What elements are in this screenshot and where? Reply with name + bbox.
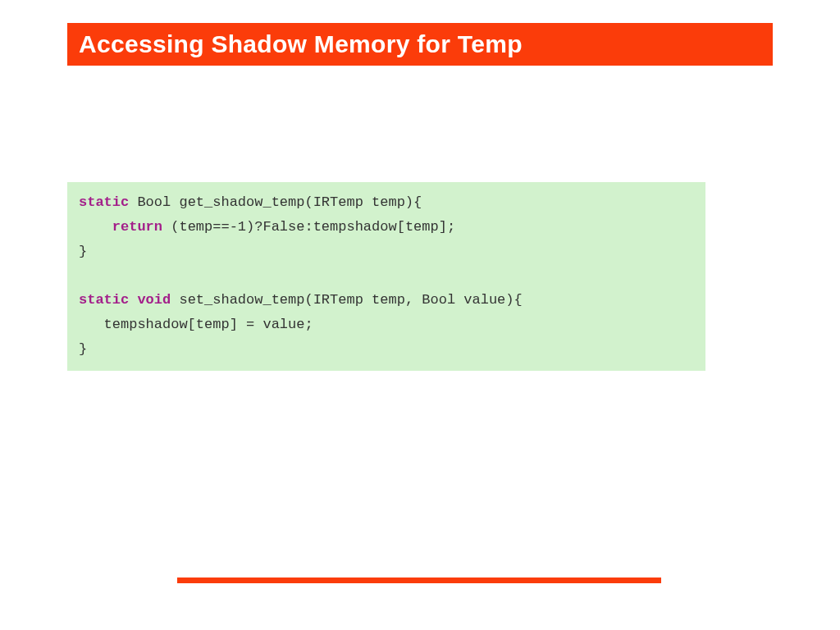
code-text: } [79,244,87,259]
keyword-return: return [112,219,162,235]
code-text: set_shadow_temp(IRTemp temp, Bool value)… [171,292,522,308]
code-text: tempshadow[temp] = value; [79,317,313,332]
keyword-static: static [79,194,129,210]
keyword-void: void [129,292,171,308]
keyword-static: static [79,292,129,308]
code-text: (temp==-1)?False:tempshadow[temp]; [162,219,455,235]
slide-title-bar: Accessing Shadow Memory for Temp [67,23,773,66]
code-block: static Bool get_shadow_temp(IRTemp temp)… [67,182,705,371]
footer-divider [177,578,661,583]
code-text: Bool get_shadow_temp(IRTemp temp){ [129,194,422,210]
code-text: } [79,341,87,357]
slide-title: Accessing Shadow Memory for Temp [79,30,523,58]
